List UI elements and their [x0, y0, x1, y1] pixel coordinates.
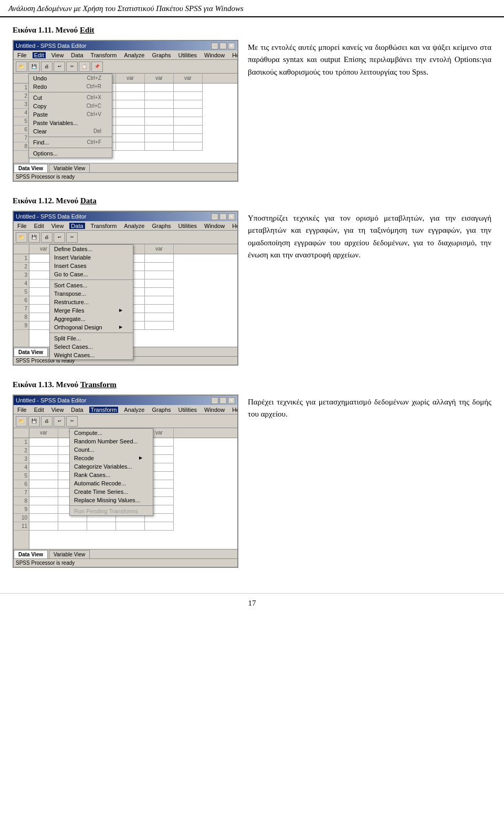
- figure-label-edit: Εικόνα 1.11. Μενού Edit: [13, 26, 94, 35]
- menu-analyze-transform[interactable]: Analyze: [122, 407, 146, 413]
- data-item-insert-variable[interactable]: Insert Variable: [50, 253, 133, 262]
- transform-item-compute[interactable]: Compute...: [70, 429, 153, 437]
- data-item-transpose[interactable]: Transpose...: [50, 289, 133, 298]
- transform-item-rank[interactable]: Rank Cases...: [70, 471, 153, 479]
- toolbar-btn-t4[interactable]: ↩: [54, 416, 65, 427]
- data-item-merge-files[interactable]: Merge Files▶: [50, 306, 133, 315]
- toolbar-btn-t5[interactable]: ✂: [66, 416, 78, 427]
- toolbar-btn-2[interactable]: 💾: [28, 61, 40, 72]
- menu-edit-transform[interactable]: Edit: [33, 407, 46, 413]
- tab-variableview-transform[interactable]: Variable View: [49, 550, 90, 558]
- toolbar-btn-d1[interactable]: 📂: [16, 232, 27, 243]
- edit-item-redo[interactable]: RedoCtrl+R: [29, 82, 112, 91]
- transform-menu-screenshot: Untitled - SPSS Data Editor _ □ ✕ File E…: [13, 395, 238, 568]
- toolbar-btn-1[interactable]: 📂: [16, 61, 27, 72]
- transform-item-count[interactable]: Count...: [70, 445, 153, 454]
- menu-utilities-data[interactable]: Utilities: [177, 223, 198, 229]
- data-item-select-cases[interactable]: Select Cases...: [50, 343, 133, 351]
- minimize-btn-transform[interactable]: _: [211, 397, 218, 404]
- maximize-btn-edit[interactable]: □: [219, 43, 227, 49]
- edit-item-options[interactable]: Options...: [29, 149, 112, 158]
- edit-item-clear[interactable]: ClearDel: [29, 127, 112, 136]
- menu-help-data[interactable]: Help: [230, 223, 238, 229]
- menu-help-transform[interactable]: Help: [230, 407, 238, 413]
- tab-dataview-data[interactable]: Data View: [14, 348, 48, 356]
- data-sep1: [50, 279, 133, 280]
- toolbar-btn-t2[interactable]: 💾: [28, 416, 40, 427]
- toolbar-btn-6[interactable]: 📋: [79, 61, 90, 72]
- close-btn-edit[interactable]: ✕: [228, 43, 235, 49]
- menu-window-edit[interactable]: Window: [203, 52, 226, 58]
- menu-view-transform[interactable]: View: [50, 407, 66, 413]
- maximize-btn-data[interactable]: □: [219, 213, 227, 220]
- edit-item-cut[interactable]: CutCtrl+X: [29, 94, 112, 102]
- toolbar-btn-t1[interactable]: 📂: [16, 416, 27, 427]
- data-item-split-file[interactable]: Split File...: [50, 334, 133, 343]
- menu-utilities-transform[interactable]: Utilities: [177, 407, 198, 413]
- menu-data-data[interactable]: Data: [69, 223, 85, 229]
- tab-dataview-edit[interactable]: Data View: [14, 164, 48, 172]
- menu-graphs-data[interactable]: Graphs: [150, 223, 172, 229]
- tab-dataview-transform[interactable]: Data View: [14, 550, 48, 558]
- close-btn-data[interactable]: ✕: [228, 213, 235, 220]
- data-item-goto-case[interactable]: Go to Case...: [50, 270, 133, 278]
- edit-item-paste-variables[interactable]: Paste Variables...: [29, 119, 112, 127]
- menu-graphs-transform[interactable]: Graphs: [150, 407, 172, 413]
- toolbar-btn-3[interactable]: 🖨: [41, 61, 52, 72]
- menu-graphs-edit[interactable]: Graphs: [150, 52, 172, 58]
- menu-data-edit[interactable]: Data: [69, 52, 85, 58]
- row-num-5: 5: [14, 117, 29, 126]
- menu-file-edit[interactable]: File: [16, 52, 28, 58]
- edit-item-paste[interactable]: PasteCtrl+V: [29, 110, 112, 119]
- menu-view-edit[interactable]: View: [50, 52, 66, 58]
- menu-transform-transform[interactable]: Transform: [89, 407, 119, 413]
- menu-edit-edit[interactable]: Edit: [33, 52, 46, 58]
- edit-item-undo[interactable]: UndoCtrl+Z: [29, 74, 112, 82]
- transform-item-create-time[interactable]: Create Time Series...: [70, 488, 153, 496]
- menu-window-transform[interactable]: Window: [203, 407, 226, 413]
- toolbar-btn-t3[interactable]: 🖨: [41, 416, 52, 427]
- data-item-define-dates[interactable]: Define Dates...: [50, 245, 133, 253]
- minimize-btn-edit[interactable]: _: [211, 43, 218, 49]
- menu-transform-edit[interactable]: Transform: [89, 52, 119, 58]
- toolbar-btn-5[interactable]: ✂: [66, 61, 78, 72]
- data-item-sort-cases[interactable]: Sort Cases...: [50, 281, 133, 289]
- menu-window-data[interactable]: Window: [203, 223, 226, 229]
- toolbar-btn-d5[interactable]: ✂: [66, 232, 78, 243]
- data-item-restructure[interactable]: Restructure...: [50, 298, 133, 306]
- data-item-insert-cases[interactable]: Insert Cases: [50, 262, 133, 270]
- menu-edit-data[interactable]: Edit: [33, 223, 46, 229]
- status-text-transform: SPSS Processor is ready: [16, 560, 75, 566]
- edit-item-copy[interactable]: CopyCtrl+C: [29, 102, 112, 110]
- toolbar-btn-7[interactable]: 📌: [91, 61, 103, 72]
- transform-item-random[interactable]: Random Number Seed...: [70, 437, 153, 445]
- toolbar-btn-d4[interactable]: ↩: [54, 232, 65, 243]
- menu-help-edit[interactable]: Help: [230, 52, 238, 58]
- menu-data-transform[interactable]: Data: [69, 407, 85, 413]
- data-dropdown: Define Dates... Insert Variable Insert C…: [49, 244, 133, 360]
- tab-variableview-edit[interactable]: Variable View: [49, 164, 90, 172]
- menu-file-data[interactable]: File: [16, 223, 28, 229]
- toolbar-btn-d2[interactable]: 💾: [28, 232, 40, 243]
- maximize-btn-transform[interactable]: □: [219, 397, 227, 404]
- data-item-aggregate[interactable]: Aggregate...: [50, 315, 133, 323]
- toolbar-btn-d3[interactable]: 🖨: [41, 232, 52, 243]
- minimize-btn-data[interactable]: _: [211, 213, 218, 220]
- transform-item-run-pending: Run Pending Transforms: [70, 507, 153, 515]
- menu-file-transform[interactable]: File: [16, 407, 28, 413]
- data-item-weight-cases[interactable]: Weight Cases...: [50, 351, 133, 359]
- menu-utilities-edit[interactable]: Utilities: [177, 52, 198, 58]
- close-btn-transform[interactable]: ✕: [228, 397, 235, 404]
- menu-view-data[interactable]: View: [50, 223, 66, 229]
- transform-item-categorize[interactable]: Categorize Variables...: [70, 462, 153, 471]
- menu-analyze-edit[interactable]: Analyze: [122, 52, 146, 58]
- menu-transform-data[interactable]: Transform: [89, 223, 119, 229]
- transform-item-replace-missing[interactable]: Replace Missing Values...: [70, 496, 153, 504]
- data-item-orthogonal[interactable]: Orthogonal Design▶: [50, 323, 133, 331]
- transform-item-recode[interactable]: Recode▶: [70, 454, 153, 462]
- edit-item-find[interactable]: Find...Ctrl+F: [29, 138, 112, 147]
- desc-edit: Με τις εντολές αυτές μπορεί κανείς να δι…: [248, 42, 491, 78]
- menu-analyze-data[interactable]: Analyze: [122, 223, 146, 229]
- toolbar-btn-4[interactable]: ↩: [54, 61, 65, 72]
- transform-item-automatic-recode[interactable]: Automatic Recode...: [70, 479, 153, 488]
